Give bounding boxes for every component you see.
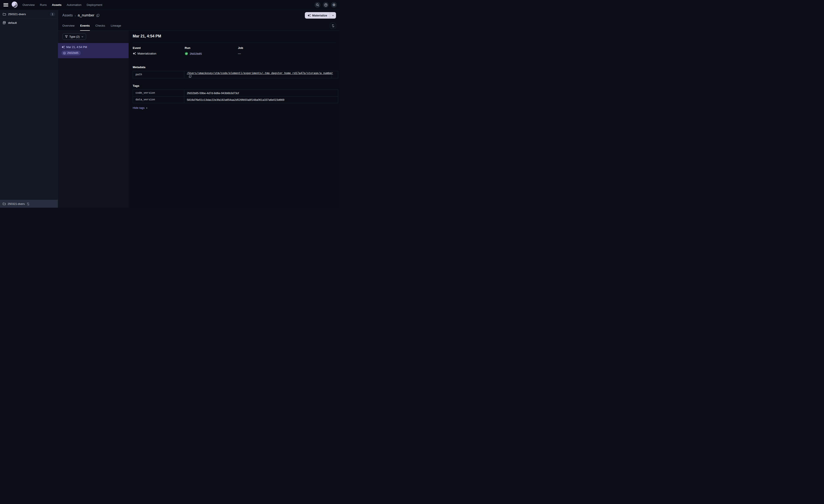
copy-asset-name-icon[interactable] bbox=[96, 14, 100, 17]
folder-icon bbox=[3, 202, 6, 206]
tags-table: code_version 2fd32b85-59be-4d7d-8d6e-943… bbox=[133, 90, 338, 103]
nav-item-deployment[interactable]: Deployment bbox=[87, 3, 102, 6]
sidebar-item-default[interactable]: default bbox=[0, 19, 58, 27]
sidebar-footer: 250321-dvers bbox=[0, 200, 58, 208]
folder-icon bbox=[3, 13, 6, 16]
metadata-table: path /Users/smackesey/stm/code/elementl/… bbox=[133, 71, 338, 78]
run-id-label: 2fd32b85 bbox=[67, 51, 78, 54]
page-title: a_number bbox=[78, 13, 94, 17]
materialize-button-label: Materialize bbox=[312, 14, 327, 17]
caret-down-icon: ▾ bbox=[332, 14, 333, 17]
sidebar-group-row[interactable]: 250321-dvers 1 bbox=[0, 10, 58, 18]
table-row: code_version 2fd32b85-59be-4d7d-8d6e-943… bbox=[133, 90, 338, 97]
help-button[interactable] bbox=[323, 2, 329, 8]
metadata-heading: Metadata bbox=[133, 66, 336, 69]
run-success-icon bbox=[185, 52, 188, 55]
search-button[interactable] bbox=[315, 2, 320, 8]
nav-item-assets[interactable]: Assets bbox=[52, 3, 62, 6]
type-filter-label: Type (2) bbox=[69, 35, 80, 38]
tag-value: 2fd32b85-59be-4d7d-8d6e-943b6b3d73cf bbox=[184, 90, 338, 97]
asset-catalog-sidebar: 250321-dvers 1 default bbox=[0, 10, 58, 208]
job-value: — bbox=[238, 52, 241, 55]
sidebar-item-label: default bbox=[8, 21, 17, 24]
nav-item-overview[interactable]: Overview bbox=[22, 3, 35, 6]
run-column-label: Run bbox=[185, 46, 238, 49]
materialization-sparkle-icon bbox=[133, 52, 136, 55]
top-nav: Overview Runs Assets Automation Deployme… bbox=[0, 0, 339, 10]
type-filter-button[interactable]: Type (2) bbox=[62, 33, 86, 40]
sparkle-icon bbox=[307, 14, 311, 17]
run-id-chip[interactable]: 2fd32b85 bbox=[62, 50, 81, 55]
materialization-sparkle-icon bbox=[62, 45, 65, 49]
footer-code-location-label: 250321-dvers bbox=[8, 202, 25, 206]
filter-funnel-icon bbox=[65, 35, 68, 38]
refresh-icon bbox=[331, 24, 335, 27]
top-nav-actions: ⚙ bbox=[315, 2, 337, 8]
event-type-value: Materialization bbox=[137, 52, 156, 55]
gear-icon: ⚙ bbox=[332, 3, 335, 7]
event-detail-title: Mar 21, 4:54 PM bbox=[133, 34, 336, 38]
metadata-key: path bbox=[133, 71, 184, 78]
reload-code-location-icon[interactable] bbox=[27, 203, 30, 206]
dagster-logo-icon[interactable] bbox=[11, 1, 19, 9]
asset-group-icon bbox=[3, 21, 6, 24]
materialize-dropdown-button[interactable]: ▾ bbox=[330, 14, 336, 17]
run-target-icon bbox=[63, 52, 66, 54]
tag-key: data_version bbox=[133, 97, 184, 103]
collapse-arrow-icon: ▲ bbox=[146, 107, 148, 109]
tags-heading: Tags bbox=[133, 84, 336, 87]
job-column-label: Job bbox=[238, 46, 336, 49]
event-summary-grid: Event Materialization bbox=[133, 46, 336, 55]
tag-value: 5816d76e51c13dac22e3fa182a654aa2d526fb50… bbox=[184, 97, 338, 103]
event-list-item[interactable]: Mar 21, 4:54 PM 2fd32b85 bbox=[58, 43, 129, 58]
tab-lineage[interactable]: Lineage bbox=[111, 21, 121, 30]
tab-checks[interactable]: Checks bbox=[96, 21, 105, 30]
sidebar-group-count-badge: 1 bbox=[50, 12, 55, 16]
page-header: Assets › a_number bbox=[58, 10, 339, 21]
copy-path-icon[interactable] bbox=[189, 75, 192, 78]
breadcrumb-chevron-icon: › bbox=[75, 14, 76, 17]
help-icon bbox=[324, 3, 328, 7]
table-row: data_version 5816d76e51c13dac22e3fa182a6… bbox=[133, 97, 338, 103]
run-id-link[interactable]: 2fd32b85 bbox=[190, 52, 202, 55]
table-row: path /Users/smackesey/stm/code/elementl/… bbox=[133, 71, 338, 78]
materialize-split-button: Materialize ▾ bbox=[305, 12, 336, 19]
hamburger-menu-icon[interactable] bbox=[3, 3, 8, 6]
asset-tabs: Overview Events Checks Lineage bbox=[58, 21, 339, 31]
search-icon bbox=[316, 3, 319, 6]
event-list-panel: Type (2) bbox=[58, 31, 129, 208]
nav-item-automation[interactable]: Automation bbox=[67, 3, 81, 6]
primary-nav: Overview Runs Assets Automation Deployme… bbox=[22, 3, 102, 6]
event-detail-panel: Mar 21, 4:54 PM Event bbox=[129, 31, 339, 208]
materialize-button[interactable]: Materialize bbox=[305, 14, 330, 17]
refresh-button[interactable] bbox=[330, 23, 336, 29]
hide-tags-link[interactable]: Hide tags ▲ bbox=[133, 106, 336, 109]
sidebar-group-label: 250321-dvers bbox=[8, 13, 26, 16]
hide-tags-label: Hide tags bbox=[133, 106, 144, 109]
settings-button[interactable]: ⚙ bbox=[331, 2, 337, 8]
metadata-path-link[interactable]: /Users/smackesey/stm/code/elementl/exper… bbox=[187, 72, 333, 75]
chevron-down-icon bbox=[81, 35, 84, 38]
metadata-value-cell: /Users/smackesey/stm/code/elementl/exper… bbox=[184, 71, 332, 78]
app-window: Overview Runs Assets Automation Deployme… bbox=[0, 0, 339, 208]
event-column-label: Event bbox=[133, 46, 185, 49]
nav-item-runs[interactable]: Runs bbox=[40, 3, 47, 6]
breadcrumb-assets-link[interactable]: Assets bbox=[62, 13, 73, 17]
tab-overview[interactable]: Overview bbox=[62, 21, 75, 30]
event-timestamp: Mar 21, 4:54 PM bbox=[66, 45, 87, 49]
tag-key: code_version bbox=[133, 90, 184, 97]
tab-events[interactable]: Events bbox=[80, 21, 90, 30]
